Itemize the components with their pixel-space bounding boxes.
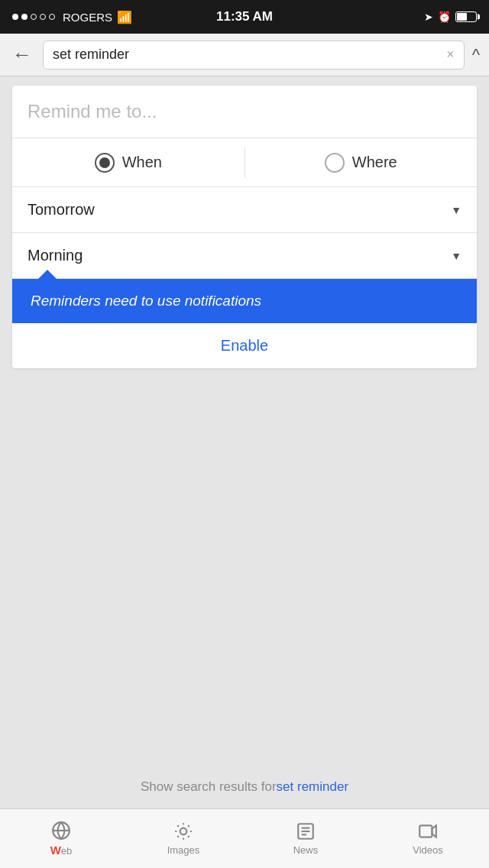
reminder-card: Remind me to... When Where Tomorrow ▼ Mo… bbox=[12, 86, 477, 368]
videos-label: Videos bbox=[413, 844, 443, 856]
svg-point-2 bbox=[180, 828, 187, 835]
alarm-icon: ⏰ bbox=[438, 11, 451, 23]
battery-icon bbox=[455, 11, 477, 22]
news-label: News bbox=[293, 844, 319, 856]
carrier-name: ROGERS bbox=[63, 11, 112, 24]
dot-3 bbox=[31, 14, 37, 20]
remind-placeholder: Remind me to... bbox=[28, 101, 157, 121]
web-label: Web bbox=[50, 844, 73, 857]
time-dropdown-arrow: ▼ bbox=[451, 250, 461, 262]
clear-button[interactable]: × bbox=[446, 47, 455, 63]
where-label: Where bbox=[352, 154, 397, 171]
notification-message: Reminders need to use notifications bbox=[31, 293, 261, 309]
svg-rect-7 bbox=[419, 825, 432, 837]
dot-1 bbox=[12, 14, 18, 20]
nav-images[interactable]: Images bbox=[122, 821, 244, 856]
images-label: Images bbox=[167, 844, 200, 856]
nav-web[interactable]: Web bbox=[0, 821, 122, 857]
battery-body bbox=[455, 11, 477, 22]
notification-banner: Reminders need to use notifications bbox=[12, 279, 477, 323]
where-option[interactable]: Where bbox=[245, 138, 478, 186]
when-label: When bbox=[122, 154, 162, 171]
search-query: set reminder bbox=[53, 47, 446, 63]
dot-4 bbox=[40, 14, 46, 20]
nav-news[interactable]: News bbox=[244, 821, 367, 856]
collapse-button[interactable]: ^ bbox=[472, 45, 480, 65]
time-dropdown[interactable]: Morning ▼ bbox=[12, 233, 477, 279]
where-radio[interactable] bbox=[325, 153, 345, 173]
signal-dots bbox=[12, 14, 55, 20]
search-results-prefix: Show search results for bbox=[141, 779, 277, 795]
search-results-link[interactable]: set reminder bbox=[277, 779, 348, 795]
when-option[interactable]: When bbox=[12, 138, 244, 186]
search-bar: ← set reminder × ^ bbox=[0, 34, 489, 76]
enable-section: Enable bbox=[12, 323, 477, 368]
day-dropdown-arrow: ▼ bbox=[451, 204, 461, 216]
day-dropdown[interactable]: Tomorrow ▼ bbox=[12, 187, 477, 233]
status-left: ROGERS 📶 bbox=[12, 10, 132, 24]
status-time: 11:35 AM bbox=[216, 9, 273, 24]
battery-fill bbox=[457, 13, 467, 21]
dot-2 bbox=[21, 14, 28, 20]
day-dropdown-label: Tomorrow bbox=[28, 201, 95, 219]
status-right: ➤ ⏰ bbox=[424, 11, 477, 23]
back-button[interactable]: ← bbox=[9, 40, 35, 70]
remind-input-section[interactable]: Remind me to... bbox=[12, 86, 477, 138]
when-where-section: When Where bbox=[12, 138, 477, 187]
news-icon bbox=[296, 821, 316, 841]
when-radio[interactable] bbox=[95, 153, 115, 173]
enable-button[interactable]: Enable bbox=[221, 337, 268, 355]
dot-5 bbox=[49, 14, 55, 20]
location-icon: ➤ bbox=[424, 11, 433, 23]
search-input-wrapper[interactable]: set reminder × bbox=[43, 40, 465, 70]
wifi-icon: 📶 bbox=[117, 10, 132, 24]
when-radio-inner bbox=[99, 157, 110, 168]
time-dropdown-label: Morning bbox=[28, 247, 83, 264]
videos-icon bbox=[418, 821, 438, 841]
search-results-section: Show search results for set reminder bbox=[0, 767, 489, 807]
web-icon bbox=[51, 821, 71, 840]
nav-videos[interactable]: Videos bbox=[367, 821, 489, 856]
status-bar: ROGERS 📶 11:35 AM ➤ ⏰ bbox=[0, 0, 489, 34]
images-icon bbox=[173, 821, 193, 841]
bottom-navigation: Web Images News Videos bbox=[0, 808, 489, 868]
